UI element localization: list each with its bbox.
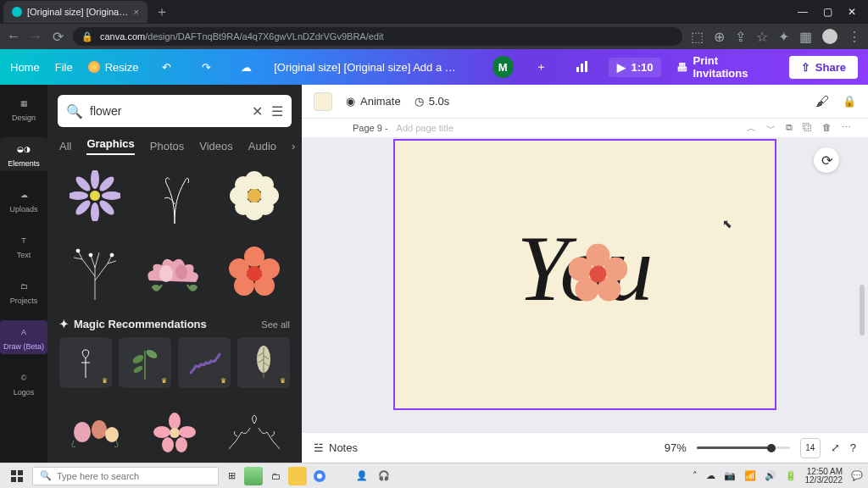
rail-projects[interactable]: 🗀Projects [0, 274, 47, 308]
rail-text[interactable]: TText [0, 229, 47, 263]
volume-icon[interactable]: 🔊 [765, 470, 776, 481]
zoom-slider[interactable] [697, 446, 790, 449]
element-item[interactable] [219, 162, 290, 230]
filter-icon[interactable]: ☰ [271, 103, 283, 119]
forward-icon[interactable]: → [29, 29, 42, 44]
taskbar-explorer[interactable]: 🗀 [266, 467, 285, 485]
tab-graphics[interactable]: Graphics [86, 137, 134, 155]
rail-uploads[interactable]: ☁Uploads [0, 183, 47, 217]
rail-elements[interactable]: ◒◑Elements [0, 137, 47, 171]
delete-page-icon[interactable]: 🗑 [822, 122, 832, 135]
user-avatar[interactable]: M [492, 56, 514, 78]
battery-icon[interactable]: 🔋 [785, 470, 797, 481]
element-item[interactable] [59, 162, 131, 230]
meet-now-icon[interactable]: 📷 [724, 470, 736, 481]
position-icon[interactable]: 🖌 [815, 94, 829, 109]
tab-all[interactable]: All [59, 140, 71, 152]
taskbar-app-1[interactable] [244, 467, 263, 485]
close-window-icon[interactable]: ✕ [848, 6, 856, 18]
lock-icon[interactable]: 🔒 [843, 95, 856, 108]
reading-list-icon[interactable]: ▦ [799, 29, 812, 45]
notes-button[interactable]: ☱Notes [314, 441, 358, 454]
taskbar-app-4[interactable]: 🎧 [375, 467, 393, 485]
share-icon[interactable]: ⇪ [735, 29, 746, 45]
search-input[interactable] [90, 104, 245, 118]
menu-icon[interactable]: ⋮ [848, 29, 861, 45]
see-all-link[interactable]: See all [261, 319, 290, 330]
help-icon[interactable]: ? [850, 441, 856, 454]
url-input[interactable]: 🔒 canva.com/design/DAFTnqBt9RA/a4q7X6gwV… [73, 27, 682, 46]
duration-button[interactable]: ◷5.0s [415, 95, 450, 108]
zoom-icon[interactable]: ⊕ [714, 29, 725, 45]
recommendation-item[interactable]: ♛ [119, 337, 171, 388]
expand-down-icon[interactable]: ﹀ [766, 122, 776, 135]
task-view-icon[interactable]: ⊞ [222, 467, 241, 485]
page-title-input[interactable]: Add page title [397, 123, 453, 133]
rail-logos[interactable]: ©Logos [0, 366, 47, 400]
page-grid-button[interactable]: 14 [800, 438, 821, 458]
taskbar-chrome[interactable] [310, 467, 329, 485]
collapse-up-icon[interactable]: ︿ [747, 122, 756, 135]
background-color-swatch[interactable] [314, 92, 332, 111]
fullscreen-icon[interactable]: ⤢ [831, 441, 840, 454]
close-tab-icon[interactable]: × [134, 7, 139, 17]
zoom-value[interactable]: 97% [665, 441, 687, 454]
element-item[interactable] [59, 398, 131, 463]
design-page[interactable]: You ⬉ [393, 139, 776, 410]
animate-button[interactable]: ◉Animate [346, 95, 401, 108]
page-more-icon[interactable]: ⋯ [842, 122, 851, 135]
tab-videos[interactable]: Videos [199, 140, 233, 152]
present-button[interactable]: ▶ 1:10 [609, 58, 661, 77]
rail-draw[interactable]: ADraw (Beta) [0, 320, 47, 354]
clear-search-icon[interactable]: ✕ [252, 103, 263, 119]
home-button[interactable]: Home [10, 61, 40, 74]
element-item[interactable] [139, 398, 210, 463]
element-item[interactable] [139, 162, 210, 230]
onedrive-icon[interactable]: ☁ [706, 470, 715, 481]
redo-icon[interactable]: ↷ [194, 54, 219, 80]
reload-icon[interactable]: ⟳ [51, 29, 64, 45]
canvas-stage[interactable]: ⟳ You ⬉ [302, 137, 868, 432]
bookmark-icon[interactable]: ☆ [756, 29, 768, 45]
element-item[interactable] [219, 398, 290, 463]
back-icon[interactable]: ← [7, 29, 20, 44]
share-button[interactable]: ⇧ Share [789, 56, 858, 79]
clock[interactable]: 12:50 AM 12/3/2022 [805, 468, 843, 485]
print-button[interactable]: 🖶 Print Invitations [676, 54, 773, 80]
browser-tab[interactable]: [Original size] [Original size] Add… × [3, 1, 147, 23]
insights-icon[interactable] [569, 54, 593, 80]
notifications-icon[interactable]: 💬 [851, 470, 863, 481]
document-title[interactable]: [Original size] [Original size] Add a he… [274, 61, 461, 74]
new-tab-button[interactable]: ＋ [153, 3, 171, 21]
elements-scroll[interactable]: ✦ Magic Recommendations See all ♛ ♛ ♛ ♛ [47, 162, 302, 463]
tab-photos[interactable]: Photos [150, 140, 184, 152]
add-member-icon[interactable]: ＋ [529, 54, 554, 80]
element-item[interactable] [219, 238, 290, 306]
scrollbar[interactable] [860, 285, 865, 336]
maximize-icon[interactable]: ▢ [823, 6, 832, 18]
duplicate-page-icon[interactable]: ⧉ [786, 122, 793, 135]
tabs-more-icon[interactable]: › [292, 140, 295, 152]
element-item[interactable] [59, 238, 131, 306]
taskbar-search[interactable]: 🔍 Type here to search [32, 467, 219, 485]
taskbar-app-3[interactable]: 👤 [353, 467, 371, 485]
wifi-icon[interactable]: 📶 [744, 470, 756, 481]
extensions-icon[interactable]: ✦ [778, 29, 789, 45]
taskbar-app-2[interactable] [288, 467, 307, 485]
copy-page-icon[interactable]: ⿻ [803, 122, 812, 135]
refresh-icon[interactable]: ⟳ [814, 147, 839, 173]
tab-audio[interactable]: Audio [248, 140, 276, 152]
minimize-icon[interactable]: — [798, 6, 808, 18]
profile-avatar[interactable] [822, 29, 837, 44]
tray-chevron-icon[interactable]: ˄ [693, 470, 698, 481]
element-item[interactable] [139, 238, 210, 306]
undo-icon[interactable]: ↶ [153, 54, 178, 80]
recommendation-item[interactable]: ♛ [178, 337, 231, 388]
install-icon[interactable]: ⬚ [691, 29, 704, 45]
canvas-flower-graphic[interactable] [568, 244, 627, 303]
recommendation-item[interactable]: ♛ [59, 337, 112, 388]
file-button[interactable]: File [55, 61, 73, 74]
recommendation-item[interactable]: ♛ [237, 337, 290, 388]
resize-button[interactable]: Resize [88, 61, 139, 74]
cloud-save-icon[interactable]: ☁ [234, 54, 259, 80]
